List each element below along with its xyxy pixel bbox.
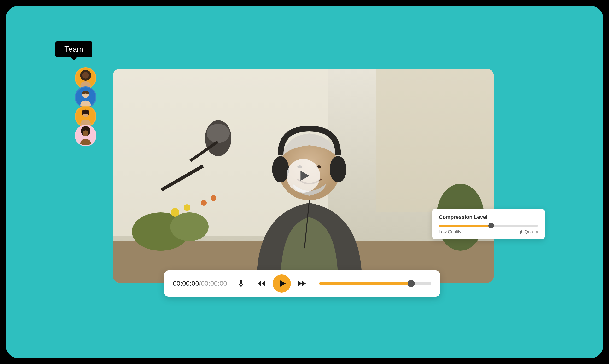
svg-point-28 xyxy=(330,156,346,182)
person-icon xyxy=(76,106,96,126)
video-player[interactable] xyxy=(113,69,494,283)
play-button[interactable] xyxy=(273,274,291,293)
svg-point-15 xyxy=(171,208,179,217)
fast-forward-button[interactable] xyxy=(297,278,307,289)
avatar[interactable] xyxy=(75,106,97,127)
time-display: 00:00:00/00:06:00 xyxy=(173,280,227,287)
svg-point-14 xyxy=(170,212,208,241)
svg-point-6 xyxy=(83,130,88,136)
play-icon xyxy=(299,170,310,182)
microphone-icon xyxy=(237,279,245,288)
player-bar: 00:00:00/00:06:00 xyxy=(164,270,440,297)
svg-point-27 xyxy=(272,156,289,182)
rewind-button[interactable] xyxy=(256,278,267,289)
time-total: 00:06:00 xyxy=(201,280,227,287)
play-icon xyxy=(278,279,287,288)
rewind-icon xyxy=(257,279,266,288)
time-separator: / xyxy=(199,280,201,287)
team-tooltip-label: Team xyxy=(65,45,83,53)
person-icon xyxy=(76,68,96,88)
compression-low-label: Low Quality xyxy=(439,229,461,234)
svg-point-20 xyxy=(207,124,230,143)
compression-title: Compression Level xyxy=(439,214,538,220)
team-avatar-stack xyxy=(75,67,97,146)
person-icon xyxy=(76,126,96,145)
person-icon xyxy=(76,87,96,107)
progress-slider[interactable] xyxy=(319,282,431,285)
compression-fill xyxy=(439,225,491,227)
avatar[interactable] xyxy=(75,86,97,108)
compression-slider[interactable] xyxy=(439,225,538,227)
avatar[interactable] xyxy=(75,67,97,89)
svg-point-17 xyxy=(201,200,207,206)
compression-panel: Compression Level Low Quality High Quali… xyxy=(432,209,545,239)
svg-point-18 xyxy=(210,195,216,201)
microphone-button[interactable] xyxy=(236,279,246,288)
svg-rect-29 xyxy=(240,280,242,284)
compression-handle[interactable] xyxy=(488,223,494,228)
svg-point-16 xyxy=(184,204,190,211)
fast-forward-icon xyxy=(297,279,307,288)
team-tooltip: Team xyxy=(55,41,92,57)
play-overlay-button[interactable] xyxy=(287,159,320,193)
compression-high-label: High Quality xyxy=(514,229,538,234)
time-current: 00:00:00 xyxy=(173,280,199,287)
svg-rect-9 xyxy=(376,69,494,212)
app-canvas: Team xyxy=(6,6,603,358)
avatar[interactable] xyxy=(75,125,97,146)
compression-labels: Low Quality High Quality xyxy=(439,229,538,234)
progress-fill xyxy=(319,282,411,285)
progress-handle[interactable] xyxy=(408,280,415,287)
transport-controls xyxy=(256,274,307,293)
